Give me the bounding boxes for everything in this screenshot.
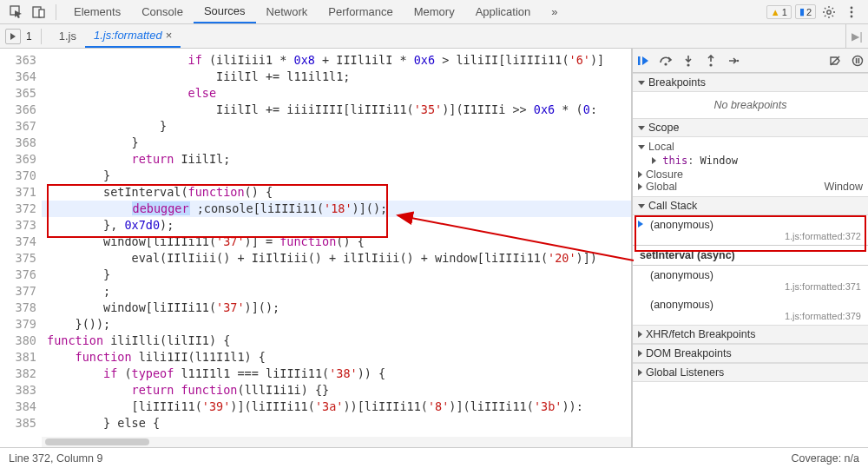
global-listeners-header[interactable]: Global Listeners — [633, 363, 868, 382]
scope-global-value: Window — [825, 181, 863, 193]
scope-local-label[interactable]: Local — [648, 141, 674, 153]
deactivate-breakpoints-icon[interactable] — [828, 54, 842, 68]
inspect-element-icon[interactable] — [7, 3, 26, 22]
svg-point-11 — [737, 59, 739, 61]
chevron-right-icon — [652, 157, 656, 164]
step-icon[interactable] — [727, 54, 740, 68]
callstack-frame[interactable]: (anonymous) 1.js:formatted:379 — [633, 295, 868, 325]
warning-icon: ▲ — [771, 7, 780, 17]
status-bar: Line 372, Column 9 Coverage: n/a — [0, 447, 868, 468]
no-breakpoints-text: No breakpoints — [633, 92, 868, 118]
coverage-indicator: Coverage: n/a — [791, 452, 859, 465]
callstack-frame[interactable]: (anonymous) 1.js:formatted:371 — [633, 266, 868, 295]
code-editor[interactable]: 3633643653663673683693703713723733743753… — [0, 49, 632, 447]
page-index: 1 — [26, 30, 32, 43]
svg-rect-15 — [858, 58, 860, 63]
top-left-icons — [3, 3, 63, 22]
svg-point-6 — [851, 15, 853, 17]
chevron-down-icon — [638, 204, 645, 208]
breakpoints-header[interactable]: Breakpoints — [633, 73, 868, 92]
tab-elements[interactable]: Elements — [63, 1, 131, 23]
svg-rect-2 — [39, 10, 44, 17]
line-number-gutter: 3633643653663673683693703713723733743753… — [0, 49, 42, 447]
close-icon[interactable]: × — [166, 29, 173, 42]
file-tab-label: 1.js — [59, 30, 76, 43]
chevron-right-icon — [638, 369, 642, 376]
callstack-frame-current[interactable]: (anonymous) 1.js:formatted:372 — [633, 215, 868, 245]
scope-label: Scope — [648, 122, 679, 134]
svg-point-10 — [709, 63, 712, 66]
page-navigator-icon[interactable] — [5, 29, 21, 44]
chevron-right-icon — [638, 350, 642, 357]
pause-on-exceptions-icon[interactable] — [851, 54, 865, 68]
chevron-down-icon — [638, 126, 645, 130]
file-tabs: 1.js 1.js:formatted × — [50, 24, 845, 48]
message-icon: ▮ — [799, 6, 805, 17]
scope-closure-label[interactable]: Closure — [646, 168, 683, 181]
main-tabs: Elements Console Sources Network Perform… — [63, 0, 763, 23]
tab-memory[interactable]: Memory — [404, 1, 465, 23]
code-lines: if (iliIiii1 * 0x8 + IIIl1ilI * 0x6 > li… — [42, 49, 631, 447]
svg-point-8 — [664, 63, 667, 65]
scope-body: Local this: Window Closure Global Window — [633, 137, 868, 196]
svg-rect-14 — [856, 58, 858, 63]
chevron-right-icon — [638, 183, 642, 190]
device-toolbar-icon[interactable] — [30, 3, 49, 22]
chevron-right-icon — [638, 331, 642, 338]
scope-this-row[interactable]: this: Window — [638, 153, 863, 168]
scope-header[interactable]: Scope — [633, 118, 868, 137]
callstack-body: (anonymous) 1.js:formatted:372 setInterv… — [633, 215, 868, 325]
frame-name: (anonymous) — [650, 219, 713, 231]
svg-point-13 — [853, 56, 863, 65]
svg-point-9 — [687, 63, 689, 66]
callstack-header[interactable]: Call Stack — [633, 196, 868, 215]
global-listeners-label: Global Listeners — [646, 366, 724, 379]
xhr-breakpoints-header[interactable]: XHR/fetch Breakpoints — [633, 325, 868, 344]
top-right-icons: ▲ 1 ▮ 2 — [763, 3, 865, 22]
callstack-label: Call Stack — [648, 200, 697, 212]
debug-toolbar — [633, 49, 868, 73]
callstack-async-label: setInterval (async) — [633, 245, 868, 266]
step-out-icon[interactable] — [704, 54, 718, 68]
file-tab-1js[interactable]: 1.js — [50, 25, 85, 47]
main-tab-bar: Elements Console Sources Network Perform… — [0, 0, 868, 24]
warnings-badge[interactable]: ▲ 1 — [766, 5, 792, 19]
kebab-menu-icon[interactable] — [842, 3, 861, 22]
svg-rect-7 — [638, 56, 641, 65]
scope-global-label[interactable]: Global — [646, 181, 677, 193]
messages-badge[interactable]: ▮ 2 — [795, 4, 816, 19]
breakpoints-label: Breakpoints — [648, 76, 706, 89]
tab-sources[interactable]: Sources — [194, 0, 256, 23]
file-tab-label: 1.js:formatted — [94, 29, 162, 42]
chevron-down-icon — [638, 145, 645, 149]
tab-network[interactable]: Network — [256, 1, 319, 23]
file-tab-1js-formatted[interactable]: 1.js:formatted × — [85, 24, 181, 48]
svg-point-3 — [827, 10, 831, 13]
svg-point-4 — [851, 6, 853, 9]
horizontal-scrollbar[interactable] — [42, 437, 631, 447]
chevron-right-icon — [638, 171, 642, 178]
sub-left-controls: 1 — [0, 29, 50, 44]
resume-icon[interactable] — [636, 54, 650, 68]
tab-performance[interactable]: Performance — [318, 1, 403, 23]
settings-icon[interactable] — [819, 3, 838, 22]
debug-sidebar: Breakpoints No breakpoints Scope Local t… — [632, 49, 868, 447]
scrollbar-thumb[interactable] — [45, 438, 149, 445]
main-row: 3633643653663673683693703713723733743753… — [0, 49, 868, 447]
tab-application[interactable]: Application — [465, 1, 542, 23]
svg-point-5 — [851, 10, 853, 13]
file-tab-overflow-icon[interactable]: ▶| — [845, 24, 868, 48]
frame-name: (anonymous) — [650, 299, 713, 311]
frame-location: 1.js:formatted:372 — [650, 231, 861, 241]
dom-breakpoints-header[interactable]: DOM Breakpoints — [633, 344, 868, 363]
tab-more[interactable]: » — [541, 1, 568, 23]
sources-sub-bar: 1 1.js 1.js:formatted × ▶| — [0, 24, 868, 49]
step-into-icon[interactable] — [681, 54, 695, 68]
cursor-position: Line 372, Column 9 — [9, 452, 102, 465]
step-over-icon[interactable] — [659, 54, 673, 68]
chevron-down-icon — [638, 81, 645, 85]
tab-console[interactable]: Console — [131, 1, 194, 23]
warning-count: 1 — [782, 7, 787, 17]
xhr-label: XHR/fetch Breakpoints — [646, 328, 755, 340]
message-count: 2 — [806, 7, 812, 17]
